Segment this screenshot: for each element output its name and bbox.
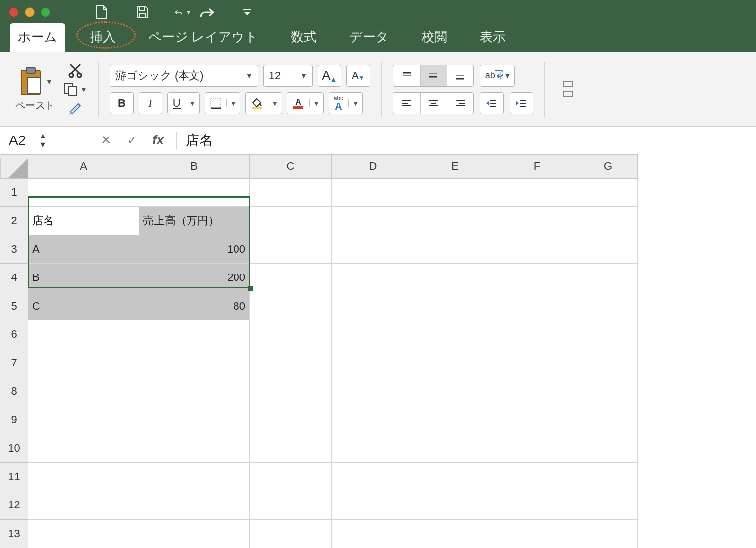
- minimize-window-button[interactable]: [25, 7, 35, 17]
- cell-G2[interactable]: [578, 207, 638, 235]
- cell-B9[interactable]: [139, 406, 250, 434]
- row-header-1[interactable]: 1: [0, 178, 28, 207]
- accept-formula-icon[interactable]: ✓: [127, 133, 138, 148]
- tab-formulas[interactable]: 数式: [283, 23, 325, 52]
- select-all-corner[interactable]: [0, 155, 28, 179]
- underline-button[interactable]: U ▼: [167, 92, 200, 114]
- format-painter-icon[interactable]: [67, 101, 83, 117]
- redo-icon[interactable]: [198, 3, 216, 21]
- cell-B12[interactable]: [139, 491, 250, 520]
- cell-C13[interactable]: [250, 519, 332, 548]
- cell-C7[interactable]: [250, 349, 332, 377]
- cell-B6[interactable]: [139, 320, 250, 349]
- cell-D10[interactable]: [332, 434, 414, 463]
- cell-B2[interactable]: 売上高（万円）: [139, 207, 250, 235]
- cell-F12[interactable]: [496, 491, 578, 520]
- increase-indent-button[interactable]: [510, 92, 533, 114]
- tab-insert[interactable]: 挿入: [82, 23, 124, 52]
- zoom-window-button[interactable]: [41, 7, 50, 17]
- copy-icon[interactable]: ▼: [63, 82, 87, 97]
- borders-button[interactable]: ▼: [205, 92, 240, 114]
- cell-C5[interactable]: [250, 292, 332, 320]
- cell-D3[interactable]: [332, 235, 414, 264]
- cell-D4[interactable]: [332, 264, 414, 292]
- name-box[interactable]: A2 ▲▼: [0, 127, 89, 154]
- cell-C9[interactable]: [250, 406, 332, 434]
- wrap-text-button[interactable]: ab ▼: [480, 65, 515, 87]
- cell-A3[interactable]: A: [28, 235, 139, 264]
- cell-F2[interactable]: [496, 207, 578, 235]
- cell-C12[interactable]: [250, 491, 332, 520]
- cell-D6[interactable]: [332, 320, 414, 349]
- row-header-11[interactable]: 11: [0, 462, 28, 491]
- cell-E6[interactable]: [414, 320, 496, 349]
- grow-font-button[interactable]: A▲: [318, 65, 341, 87]
- tab-review[interactable]: 校閲: [414, 23, 455, 52]
- cut-icon[interactable]: [67, 62, 83, 78]
- cell-A7[interactable]: [28, 349, 139, 377]
- cell-F10[interactable]: [496, 434, 578, 463]
- align-bottom-button[interactable]: [447, 65, 473, 86]
- cell-B8[interactable]: [139, 377, 250, 406]
- row-header-9[interactable]: 9: [0, 406, 28, 434]
- row-header-13[interactable]: 13: [0, 519, 28, 548]
- cell-B11[interactable]: [139, 462, 250, 491]
- cell-C11[interactable]: [250, 462, 332, 491]
- cell-G1[interactable]: [578, 178, 638, 207]
- cell-B3[interactable]: 100: [139, 235, 250, 264]
- sheet-grid[interactable]: A B C D E F G 1 2 店名 売上高（万円） 3 A 100 4 B…: [0, 154, 756, 548]
- cell-F7[interactable]: [496, 349, 578, 377]
- cell-E12[interactable]: [414, 491, 496, 520]
- col-header-C[interactable]: C: [250, 155, 332, 179]
- cell-A5[interactable]: C: [28, 292, 139, 320]
- cell-G5[interactable]: [578, 292, 638, 320]
- undo-icon[interactable]: ▼: [174, 3, 192, 21]
- name-box-stepper[interactable]: ▲▼: [39, 132, 47, 149]
- fill-color-button[interactable]: ▼: [245, 92, 282, 114]
- cell-A13[interactable]: [28, 519, 139, 548]
- cell-E9[interactable]: [414, 406, 496, 434]
- cell-G12[interactable]: [578, 491, 638, 520]
- font-size-dropdown[interactable]: 12 ▼: [263, 65, 313, 87]
- cell-G4[interactable]: [578, 264, 638, 292]
- cell-B1[interactable]: [139, 178, 250, 207]
- cell-B5[interactable]: 80: [139, 292, 250, 320]
- cell-G8[interactable]: [578, 377, 638, 406]
- cell-A12[interactable]: [28, 491, 139, 520]
- cell-E2[interactable]: [414, 207, 496, 235]
- align-right-button[interactable]: [447, 93, 473, 114]
- cell-B7[interactable]: [139, 349, 250, 377]
- row-header-5[interactable]: 5: [0, 292, 28, 320]
- cell-F6[interactable]: [496, 320, 578, 349]
- cell-F1[interactable]: [496, 178, 578, 207]
- tab-view[interactable]: 表示: [472, 23, 514, 52]
- cell-A2[interactable]: 店名: [28, 207, 139, 235]
- row-header-2[interactable]: 2: [0, 207, 28, 235]
- cell-D8[interactable]: [332, 377, 414, 406]
- cell-A11[interactable]: [28, 462, 139, 491]
- font-color-button[interactable]: A ▼: [287, 92, 324, 114]
- cell-D12[interactable]: [332, 491, 414, 520]
- bold-button[interactable]: B: [110, 92, 134, 114]
- cell-E1[interactable]: [414, 178, 496, 207]
- save-icon[interactable]: [134, 3, 151, 21]
- cell-G10[interactable]: [578, 434, 638, 463]
- row-header-4[interactable]: 4: [0, 264, 28, 292]
- cell-D5[interactable]: [332, 292, 414, 320]
- row-header-12[interactable]: 12: [0, 491, 28, 520]
- row-header-7[interactable]: 7: [0, 349, 28, 377]
- cell-D2[interactable]: [332, 207, 414, 235]
- col-header-B[interactable]: B: [139, 155, 250, 179]
- cell-F8[interactable]: [496, 377, 578, 406]
- fx-icon[interactable]: fx: [152, 133, 164, 148]
- row-header-8[interactable]: 8: [0, 377, 28, 406]
- cell-C10[interactable]: [250, 434, 332, 463]
- cell-E10[interactable]: [414, 434, 496, 463]
- cell-B4[interactable]: 200: [139, 264, 250, 292]
- cell-G7[interactable]: [578, 349, 638, 377]
- cell-B13[interactable]: [139, 519, 250, 548]
- cell-F11[interactable]: [496, 462, 578, 491]
- phonetic-button[interactable]: abc A ▼: [329, 92, 363, 114]
- cell-E11[interactable]: [414, 462, 496, 491]
- col-header-D[interactable]: D: [332, 155, 414, 179]
